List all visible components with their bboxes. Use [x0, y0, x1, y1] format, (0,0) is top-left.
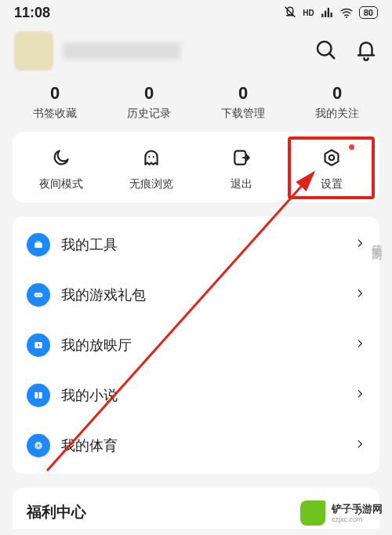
exit-button[interactable]: 退出	[196, 146, 286, 191]
stat-label: 我的关注	[290, 107, 384, 121]
stat-following[interactable]: 0 我的关注	[290, 83, 384, 121]
row-label: 我的小说	[61, 386, 343, 405]
chevron-right-icon	[354, 439, 365, 453]
row-label: 我的游戏礼包	[61, 286, 343, 304]
book-icon	[27, 384, 50, 407]
row-my-game-pack[interactable]: 我的游戏礼包	[13, 270, 379, 320]
hd-indicator: HD	[303, 9, 314, 17]
svg-rect-7	[34, 293, 43, 297]
watermark-logo: 铲子手游网 czjxc.com	[300, 500, 383, 526]
quick-actions-panel: 夜间模式 无痕浏览 退出 设置	[13, 132, 379, 202]
chevron-right-icon	[354, 388, 365, 402]
stat-label: 下载管理	[196, 107, 290, 121]
moon-icon	[16, 146, 106, 169]
header	[0, 25, 392, 78]
exit-icon	[196, 146, 286, 169]
action-label: 退出	[196, 177, 286, 191]
gamepad-icon	[27, 283, 50, 307]
chevron-right-icon	[354, 288, 365, 302]
notification-icon[interactable]	[354, 38, 378, 64]
status-bar: 11:08 HD 80	[0, 0, 392, 25]
my-items-panel: 我的工具 我的游戏礼包 我的放映厅 我的小说 我的体育	[13, 217, 379, 474]
search-icon[interactable]	[314, 38, 337, 64]
stat-value: 0	[8, 83, 102, 104]
status-time: 11:08	[14, 5, 50, 21]
stat-downloads[interactable]: 0 下载管理	[196, 83, 290, 121]
shovel-logo-icon	[300, 500, 325, 526]
ghost-icon	[106, 146, 196, 169]
svg-point-0	[346, 16, 347, 18]
action-label: 设置	[286, 177, 376, 191]
action-label: 夜间模式	[16, 177, 106, 191]
gear-icon	[286, 146, 376, 169]
stat-history[interactable]: 0 历史记录	[102, 83, 196, 121]
settings-button[interactable]: 设置	[286, 146, 376, 191]
chevron-right-icon	[354, 338, 365, 352]
svg-rect-6	[34, 242, 42, 248]
watermark-text: 铲子手游网	[370, 235, 384, 243]
svg-point-5	[328, 155, 334, 161]
action-label: 无痕浏览	[106, 177, 196, 191]
row-label: 我的工具	[61, 235, 343, 254]
row-label: 我的放映厅	[61, 336, 343, 355]
stat-value: 0	[290, 83, 384, 104]
section-label: 福利中心	[27, 502, 86, 522]
status-icons: HD 80	[283, 5, 378, 20]
stat-label: 历史记录	[102, 107, 196, 121]
row-my-novel[interactable]: 我的小说	[13, 370, 379, 420]
row-my-sports[interactable]: 我的体育	[13, 420, 379, 471]
svg-point-2	[148, 156, 150, 158]
svg-point-3	[152, 156, 154, 158]
battery-indicator: 80	[359, 6, 378, 19]
stat-bookmarks[interactable]: 0 书签收藏	[8, 83, 102, 121]
svg-point-8	[36, 294, 38, 296]
logo-text: 铲子手游网	[332, 503, 383, 515]
stat-label: 书签收藏	[8, 107, 102, 121]
night-mode-button[interactable]: 夜间模式	[16, 146, 106, 191]
play-icon	[27, 333, 50, 357]
notification-dot	[349, 144, 354, 150]
avatar[interactable]	[14, 31, 53, 71]
svg-point-9	[39, 294, 41, 296]
row-my-theater[interactable]: 我的放映厅	[13, 320, 379, 370]
row-my-tools[interactable]: 我的工具	[13, 220, 379, 270]
signal-icon	[320, 5, 334, 20]
mute-icon	[283, 5, 297, 20]
incognito-button[interactable]: 无痕浏览	[106, 146, 196, 191]
wifi-icon	[339, 5, 354, 20]
stat-value: 0	[102, 83, 196, 104]
stats-row: 0 书签收藏 0 历史记录 0 下载管理 0 我的关注	[0, 78, 392, 132]
username[interactable]	[63, 42, 180, 60]
basketball-icon	[27, 434, 50, 457]
tools-icon	[27, 233, 50, 257]
logo-url: czjxc.com	[332, 515, 383, 523]
stat-value: 0	[196, 83, 290, 104]
chevron-right-icon	[354, 238, 365, 252]
row-label: 我的体育	[61, 436, 343, 455]
